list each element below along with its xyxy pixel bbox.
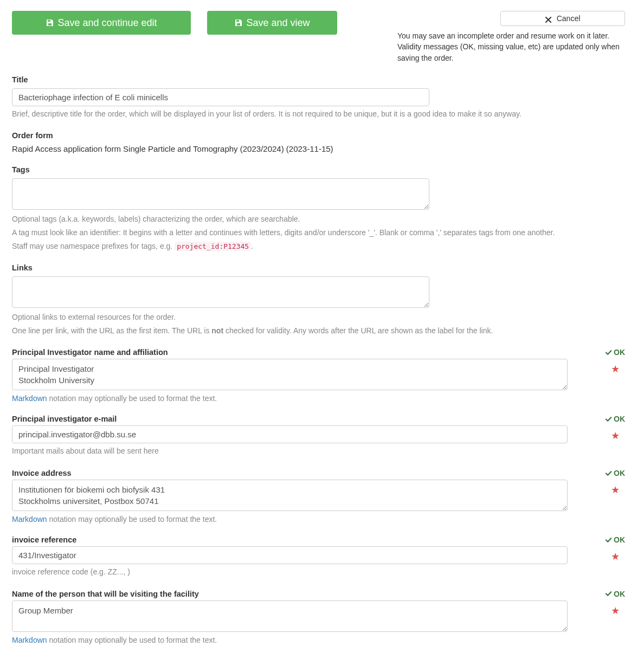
save-view-button[interactable]: Save and view <box>207 11 337 35</box>
markdown-link[interactable]: Markdown <box>12 515 47 524</box>
check-icon <box>605 537 612 544</box>
title-hint: Brief, descriptive title for the order, … <box>12 109 625 120</box>
links-hint-2: One line per link, with the URL as the f… <box>12 326 625 337</box>
save-continue-label: Save and continue edit <box>57 17 157 29</box>
pi-email-label: Principal investigator e-mail <box>12 415 117 423</box>
invoice-ref-label: invoice reference <box>12 535 76 544</box>
invoice-address-input[interactable]: Institutionen för biokemi och biofysik 4… <box>12 480 568 511</box>
tags-input[interactable] <box>12 178 429 210</box>
status-badge: OK <box>605 469 625 477</box>
visitor-input[interactable]: Group Member <box>12 600 568 632</box>
check-icon <box>605 470 612 477</box>
links-label: Links <box>12 263 625 272</box>
pi-name-label: Principal Investigator name and affiliat… <box>12 348 168 357</box>
invoice-ref-hint: invoice reference code (e.g. ZZ..., ) <box>12 567 625 578</box>
save-icon <box>46 18 54 27</box>
markdown-note: Markdown notation may optionally be used… <box>12 636 625 644</box>
tags-hint-1: Optional tags (a.k.a. keywords, labels) … <box>12 214 625 225</box>
save-continue-edit-button[interactable]: Save and continue edit <box>12 11 191 35</box>
order-form-label: Order form <box>12 131 625 140</box>
invoice-ref-input[interactable] <box>12 546 568 564</box>
markdown-link[interactable]: Markdown <box>12 636 47 644</box>
cancel-button[interactable]: Cancel <box>500 11 625 26</box>
status-badge: OK <box>605 348 625 357</box>
pi-email-hint: Important mails about data will be sent … <box>12 446 625 457</box>
info-text-2: Validity messages (OK, missing value, et… <box>397 41 625 63</box>
visitor-label: Name of the person that will be visiting… <box>12 590 199 598</box>
pi-email-input[interactable] <box>12 425 568 443</box>
invoice-address-label: Invoice address <box>12 469 72 477</box>
required-star-icon: ★ <box>611 605 620 617</box>
links-hint-1: Optional links to external resources for… <box>12 312 625 323</box>
check-icon <box>605 416 612 423</box>
tags-hint-2: A tag must look like an identifier: It b… <box>12 228 625 238</box>
pi-name-input[interactable]: Principal Investigator Stockholm Univers… <box>12 359 568 390</box>
required-star-icon: ★ <box>611 551 620 563</box>
cancel-label: Cancel <box>557 14 581 23</box>
status-badge: OK <box>605 415 625 423</box>
markdown-link[interactable]: Markdown <box>12 394 47 403</box>
tags-label: Tags <box>12 165 625 174</box>
tags-hint-3: Staff may use namespace prefixes for tag… <box>12 241 625 252</box>
order-form-value: Rapid Access application form Single Par… <box>12 144 625 153</box>
status-badge: OK <box>605 590 625 598</box>
required-star-icon: ★ <box>611 363 620 375</box>
status-badge: OK <box>605 535 625 544</box>
markdown-note: Markdown notation may optionally be used… <box>12 394 625 403</box>
code-example: project_id:P12345 <box>175 242 251 251</box>
required-star-icon: ★ <box>611 430 620 442</box>
title-input[interactable] <box>12 88 429 106</box>
close-icon <box>545 16 551 22</box>
check-icon <box>605 349 612 356</box>
info-text-1: You may save an incomplete order and res… <box>397 30 625 41</box>
title-label: Title <box>12 75 625 84</box>
links-input[interactable] <box>12 276 429 308</box>
required-star-icon: ★ <box>611 484 620 496</box>
save-icon <box>234 18 243 27</box>
markdown-note: Markdown notation may optionally be used… <box>12 515 625 524</box>
save-view-label: Save and view <box>246 17 310 29</box>
check-icon <box>605 590 612 597</box>
